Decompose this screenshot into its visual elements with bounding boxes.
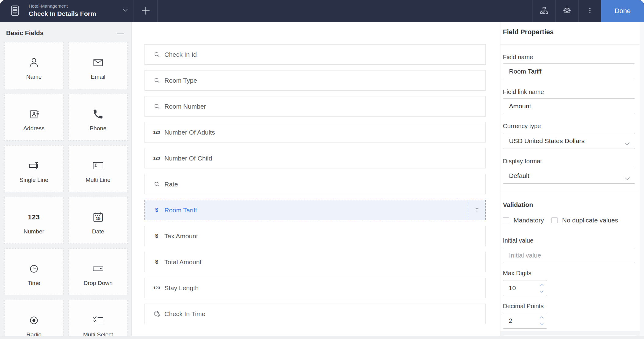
mandatory-checkbox-group[interactable]: Mandatory [503, 217, 544, 224]
form-field-label: Number Of Child [164, 155, 212, 162]
initial-value-input[interactable] [503, 248, 635, 263]
form-field-row-number-of-child[interactable]: 123Number Of Child [145, 148, 486, 168]
max-digits-stepper [503, 280, 547, 296]
panel-divider [500, 44, 640, 45]
form-field-label: Check In Time [164, 310, 205, 318]
palette-card-number[interactable]: Number [4, 197, 64, 244]
palette-card-label: Time [27, 280, 40, 287]
palette-card-label: Address [23, 125, 45, 132]
no-duplicate-checkbox[interactable] [551, 217, 558, 223]
palette-card-multi-line[interactable]: Multi Line [68, 145, 128, 192]
sidebar-header: Basic Fields [0, 22, 131, 37]
stepper-up-icon[interactable] [539, 283, 544, 287]
palette-card-email[interactable]: Email [68, 42, 128, 89]
workflow-button[interactable] [532, 0, 555, 22]
palette-card-label: Drop Down [83, 280, 112, 287]
number-123-icon [27, 206, 41, 225]
mandatory-checkbox[interactable] [503, 217, 509, 223]
initial-value-label: Initial value [503, 237, 533, 244]
sidebar-title: Basic Fields [6, 29, 44, 37]
currency-type-label: Currency type [503, 123, 541, 130]
multi-select-icon [91, 309, 105, 328]
navbar-divider [134, 0, 134, 22]
field-palette: NameEmailAddressPhoneSingle LineMulti Li… [4, 42, 128, 339]
form-field-row-total-amount[interactable]: $Total Amount [145, 252, 486, 272]
form-field-row-room-tariff[interactable]: $Room Tariff [145, 200, 486, 220]
field-link-name-input[interactable] [503, 98, 635, 114]
app-menu-button[interactable] [8, 4, 22, 18]
panel-scrollbar[interactable] [640, 22, 644, 339]
title-block: Hotel-Management Check In Details Form [29, 3, 96, 18]
lookup-icon [152, 51, 161, 58]
decimal-points-label: Decimal Points [503, 303, 543, 310]
lookup-icon [152, 77, 161, 84]
radio-icon [27, 309, 41, 328]
form-field-row-check-in-time[interactable]: Check In Time [145, 304, 486, 324]
decimal-points-input[interactable] [503, 313, 547, 329]
palette-card-radio[interactable]: Radio [4, 300, 64, 339]
field-name-input[interactable] [503, 63, 635, 79]
palette-card-phone[interactable]: Phone [68, 94, 128, 141]
palette-card-single-line[interactable]: Single Line [4, 145, 64, 192]
top-navbar: Hotel-Management Check In Details Form [0, 0, 644, 22]
form-field-row-check-in-id[interactable]: Check In Id [145, 44, 486, 65]
done-button[interactable]: Done [601, 0, 644, 22]
form-field-row-room-type[interactable]: Room Type [145, 70, 486, 91]
panel-divider [500, 192, 640, 192]
gear-icon [562, 6, 572, 16]
phone-icon [91, 103, 105, 121]
collapse-section-button[interactable] [116, 29, 125, 37]
max-digits-label: Max Digits [503, 270, 531, 277]
form-app-icon [9, 4, 21, 18]
stepper-down-icon[interactable] [539, 322, 544, 326]
multi-line-icon [91, 154, 105, 173]
form-field-label: Room Type [164, 77, 197, 84]
palette-card-time[interactable]: Time [4, 248, 64, 295]
stepper-up-icon[interactable] [539, 316, 544, 319]
clock-icon [27, 257, 41, 276]
no-duplicate-checkbox-group[interactable]: No duplicate values [551, 217, 618, 224]
datetime-icon [152, 310, 161, 317]
palette-card-multi-select[interactable]: Multi Select [68, 300, 128, 339]
palette-card-name[interactable]: Name [4, 42, 64, 89]
form-canvas: Check In IdRoom TypeRoom Number123Number… [132, 22, 500, 339]
palette-card-label: Date [92, 228, 104, 235]
form-field-list: Check In IdRoom TypeRoom Number123Number… [145, 44, 486, 330]
bottom-edge [0, 336, 644, 339]
address-book-icon [27, 103, 41, 121]
plus-icon [139, 4, 152, 19]
dropdown-icon [91, 257, 105, 276]
form-field-row-rate[interactable]: Rate [145, 174, 486, 194]
palette-card-drop-down[interactable]: Drop Down [68, 248, 128, 295]
page-title: Check In Details Form [29, 9, 96, 18]
delete-field-button[interactable] [468, 200, 485, 220]
currency-type-value: USD United States Dollars [509, 137, 584, 145]
form-builder-app: Hotel-Management Check In Details Form [0, 0, 644, 339]
form-field-row-tax-amount[interactable]: $Tax Amount [145, 226, 486, 246]
navbar-divider [157, 0, 158, 22]
validation-section-title: Validation [503, 201, 533, 208]
single-line-icon [27, 154, 41, 173]
max-digits-input[interactable] [503, 280, 547, 296]
no-duplicate-label: No duplicate values [562, 217, 618, 224]
more-options-button[interactable] [578, 0, 601, 22]
form-field-label: Number Of Adults [164, 129, 215, 136]
palette-card-date[interactable]: Date [68, 197, 128, 244]
calendar-icon [91, 206, 105, 225]
currency-type-select[interactable]: USD United States Dollars [503, 133, 635, 149]
palette-card-address[interactable]: Address [4, 94, 64, 141]
add-form-button[interactable] [139, 4, 153, 18]
minus-icon [117, 30, 124, 36]
email-icon [91, 51, 105, 70]
chevron-down-icon [121, 6, 130, 16]
form-field-label: Rate [164, 181, 178, 188]
stepper-down-icon[interactable] [539, 290, 544, 293]
display-format-select[interactable]: Default [503, 168, 635, 184]
form-field-row-number-of-adults[interactable]: 123Number Of Adults [145, 122, 486, 142]
form-field-row-room-number[interactable]: Room Number [145, 96, 486, 117]
settings-button[interactable] [555, 0, 578, 22]
palette-card-label: Single Line [20, 177, 48, 183]
form-switcher-button[interactable] [120, 6, 130, 16]
currency-icon: $ [152, 207, 161, 213]
form-field-row-stay-length[interactable]: 123Stay Length [145, 278, 486, 298]
